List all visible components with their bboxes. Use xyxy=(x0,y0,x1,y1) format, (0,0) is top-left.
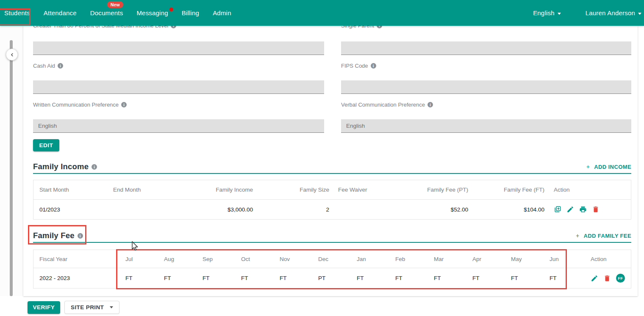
site-print-label: SITE PRINT xyxy=(71,304,104,311)
label-row-3: Written Communication Preference Verbal … xyxy=(33,101,631,108)
nav-tab-messaging[interactable]: Messaging xyxy=(130,5,175,21)
fips-code-field[interactable] xyxy=(341,80,631,94)
cell-family-income: $3,000.00 xyxy=(211,206,253,213)
cell-fee-pt: $52.00 xyxy=(418,206,468,213)
chevron-down-icon xyxy=(638,13,641,15)
print-income-button[interactable] xyxy=(579,206,587,213)
cell-start-month: 01/2023 xyxy=(39,206,113,213)
verify-button[interactable]: VERIFY xyxy=(28,301,60,314)
cell-aug: FT xyxy=(164,275,203,281)
sidebar-collapse-button[interactable] xyxy=(6,49,18,60)
pencil-icon xyxy=(591,275,598,282)
family-fee-header-row: Fiscal Year Jul Aug Sep Oct Nov Dec Jan … xyxy=(33,250,631,268)
column-header-family-size: Family Size xyxy=(253,187,329,193)
family-income-section-header: Family Income ADD INCOME xyxy=(33,162,631,171)
column-header-jan: Jan xyxy=(357,256,395,262)
nav-tab-documents[interactable]: Documents New xyxy=(83,5,130,21)
smi-field[interactable] xyxy=(33,41,324,55)
input-row-3: English English xyxy=(33,119,631,133)
add-income-button[interactable]: ADD INCOME xyxy=(586,163,631,171)
family-income-row: 01/2023 $3,000.00 2 $52.00 $104.00 xyxy=(33,199,631,219)
chevron-left-icon xyxy=(9,52,15,58)
family-fee-title: Family Fee xyxy=(33,231,75,240)
column-header-fiscal-year: Fiscal Year xyxy=(39,256,125,262)
notification-dot xyxy=(169,8,173,11)
column-header-dec: Dec xyxy=(318,256,357,262)
nav-right-group: English Lauren Anderson xyxy=(526,5,644,21)
page-body: Greater Than 80 Percent of State Median … xyxy=(0,26,644,296)
nav-left-group: Students Attendance Documents New Messag… xyxy=(0,5,238,21)
edit-family-fee-button[interactable] xyxy=(591,275,598,282)
copy-plus-icon xyxy=(554,206,561,213)
column-header-action: Action xyxy=(544,187,625,193)
trash-icon xyxy=(592,206,600,213)
cell-mar: FT xyxy=(434,275,472,281)
nav-tab-attendance[interactable]: Attendance xyxy=(37,5,83,21)
column-header-sep: Sep xyxy=(203,256,241,262)
family-income-table: Start Month End Month Family Income Fami… xyxy=(33,180,631,220)
column-header-feb: Feb xyxy=(395,256,434,262)
family-fee-table: Fiscal Year Jul Aug Sep Oct Nov Dec Jan … xyxy=(33,250,631,289)
family-fee-badge[interactable]: FF xyxy=(616,274,625,283)
income-row-actions xyxy=(544,206,625,213)
cell-may: FT xyxy=(511,275,550,281)
section-divider xyxy=(33,242,631,243)
verbal-pref-field[interactable]: English xyxy=(341,119,631,133)
nav-tab-label: Billing xyxy=(182,9,199,16)
collapsed-sidebar xyxy=(0,26,23,296)
family-income-title: Family Income xyxy=(33,162,89,171)
cell-sep: FT xyxy=(203,275,241,281)
nav-tab-label: Admin xyxy=(213,9,231,16)
delete-income-button[interactable] xyxy=(592,206,600,213)
chevron-down-icon xyxy=(558,13,561,15)
column-header-family-income: Family Income xyxy=(211,187,253,193)
edit-button[interactable]: EDIT xyxy=(33,139,59,151)
column-header-start-month: Start Month xyxy=(39,187,113,193)
cell-apr: FT xyxy=(472,275,511,281)
column-header-fee-waiver: Fee Waiver xyxy=(329,187,418,193)
cell-feb: FT xyxy=(395,275,434,281)
family-fee-row: 2022 - 2023 FT FT FT FT FT PT FT FT FT F… xyxy=(33,268,631,288)
info-icon[interactable] xyxy=(371,63,376,69)
user-dropdown[interactable]: Lauren Anderson xyxy=(579,5,644,21)
cell-jun: FT xyxy=(550,275,588,281)
written-pref-field[interactable]: English xyxy=(33,119,324,133)
user-name-label: Lauren Anderson xyxy=(586,9,635,16)
cell-family-size: 2 xyxy=(253,206,329,213)
field-label-cash-aid: Cash Aid xyxy=(33,62,324,69)
column-header-jul: Jul xyxy=(125,256,164,262)
sidebar-scrollbar[interactable] xyxy=(10,40,13,296)
add-family-fee-button[interactable]: ADD FAMILY FEE xyxy=(576,232,631,240)
info-icon[interactable] xyxy=(58,63,63,69)
delete-family-fee-button[interactable] xyxy=(603,275,611,282)
info-icon[interactable] xyxy=(92,164,97,170)
footer-actions: VERIFY SITE PRINT xyxy=(28,301,644,314)
field-label-fips-code: FIPS Code xyxy=(341,62,631,69)
cell-dec: PT xyxy=(318,275,357,281)
site-print-dropdown-button[interactable]: SITE PRINT xyxy=(64,301,119,314)
family-fee-title-wrap: Family Fee xyxy=(33,231,83,240)
info-icon[interactable] xyxy=(121,102,127,107)
input-row-1 xyxy=(33,41,631,55)
family-income-header-row: Start Month End Month Family Income Fami… xyxy=(33,180,631,199)
family-income-title-wrap: Family Income xyxy=(33,162,97,171)
language-dropdown[interactable]: English xyxy=(526,5,568,21)
cash-aid-field[interactable] xyxy=(33,80,324,94)
column-header-oct: Oct xyxy=(241,256,280,262)
nav-tab-admin[interactable]: Admin xyxy=(206,5,238,21)
column-header-mar: Mar xyxy=(434,256,472,262)
section-divider xyxy=(33,173,631,174)
info-icon[interactable] xyxy=(78,233,83,239)
column-header-fee-pt: Family Fee (PT) xyxy=(418,187,468,193)
single-parent-field[interactable] xyxy=(341,41,631,55)
edit-income-button[interactable] xyxy=(566,206,574,213)
nav-tab-billing[interactable]: Billing xyxy=(175,5,206,21)
column-header-fee-ft: Family Fee (FT) xyxy=(468,187,544,193)
info-icon[interactable] xyxy=(427,102,433,107)
column-header-may: May xyxy=(511,256,550,262)
duplicate-add-button[interactable] xyxy=(554,206,561,213)
column-header-action: Action xyxy=(588,256,625,262)
language-label: English xyxy=(533,9,555,16)
nav-tab-students[interactable]: Students xyxy=(0,5,37,21)
nav-tab-label: Attendance xyxy=(44,9,77,16)
